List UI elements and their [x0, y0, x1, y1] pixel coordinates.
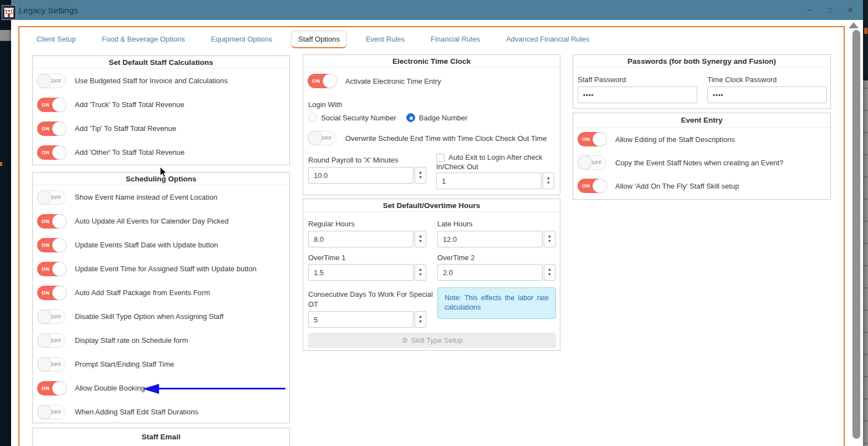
tab-financial-rules[interactable]: Financial Rules — [423, 31, 487, 48]
toggle-knob — [52, 98, 67, 112]
toggle-switch[interactable]: on — [37, 98, 66, 112]
toggle-row: on Update Event Time for Assigned Staff … — [33, 257, 289, 281]
overtime2-input[interactable] — [437, 264, 543, 281]
tab-food-beverage-options[interactable]: Food & Beverage Options — [95, 31, 192, 48]
auto-exit-checkbox[interactable] — [436, 154, 445, 162]
spin-down-icon[interactable]: ▼ — [418, 272, 422, 277]
toggle-switch[interactable]: off — [37, 357, 66, 372]
toggle-switch[interactable]: off — [37, 310, 66, 324]
auto-exit-input[interactable] — [436, 173, 542, 189]
tab-staff-options[interactable]: Staff Options — [291, 31, 347, 48]
tab-advanced-financial-rules[interactable]: Advanced Financial Rules — [499, 31, 596, 48]
toggle-switch[interactable]: off — [308, 131, 336, 145]
toggle-switch[interactable]: on — [37, 286, 66, 300]
toggle-switch[interactable]: on — [37, 381, 66, 396]
toggle-knob — [52, 262, 67, 276]
spinner-buttons[interactable]: ▲▼ — [544, 231, 555, 247]
radio-icon[interactable] — [406, 113, 415, 122]
close-button[interactable]: ✕ — [845, 6, 855, 14]
spinner-buttons[interactable]: ▲▼ — [415, 264, 426, 281]
toggle-label: Use Budgeted Staff for Invoice and Calcu… — [75, 77, 228, 85]
toggle-switch[interactable]: on — [37, 121, 66, 136]
toggle-row: on Auto Add Staff Package from Events Fo… — [33, 281, 289, 305]
radio-label: Social Security Number — [321, 114, 396, 122]
panel-set-default-overtime-hours: Set Default/Overtime Hours Regular Hours… — [303, 199, 560, 351]
toggle-switch[interactable]: on — [308, 74, 336, 88]
toggle-knob — [578, 155, 592, 170]
toggle-label: Allow Double Booking — [75, 384, 145, 392]
staff-password-label: Staff Password — [578, 75, 626, 84]
skill-type-setup-button[interactable]: ⚙ Skill Type Setup — [308, 333, 556, 348]
regular-hours-input[interactable] — [308, 231, 413, 247]
radio-badge-number[interactable]: Badge Number — [406, 113, 467, 122]
round-payroll-input[interactable] — [308, 167, 413, 184]
consecutive-days-input[interactable] — [308, 311, 413, 328]
spin-down-icon[interactable]: ▼ — [547, 181, 550, 186]
scroll-up-icon[interactable] — [849, 22, 859, 28]
toggle-knob — [308, 131, 322, 145]
spin-down-icon[interactable]: ▼ — [418, 320, 422, 325]
background-gray-block — [0, 30, 11, 41]
toggle-state-label: off — [51, 78, 62, 84]
toggle-switch[interactable]: on — [37, 214, 66, 229]
radio-icon[interactable] — [308, 113, 317, 122]
legacy-settings-dialog: Legacy Settings − □ ✕ Client Setup Food … — [11, 0, 863, 446]
toggle-label: Allow 'Add On The Fly' Staff Skill setup — [615, 182, 739, 190]
toggle-state-label: off — [51, 195, 62, 200]
toggle-switch[interactable]: on — [37, 262, 66, 276]
toggle-switch[interactable]: on — [578, 179, 606, 193]
overtime2-label: OverTime 2 — [437, 254, 474, 262]
toggle-switch[interactable]: on — [578, 132, 606, 146]
panel-title: Electronic Time Clock — [303, 55, 560, 68]
spin-down-icon[interactable]: ▼ — [548, 272, 552, 277]
toggle-row: on Add 'Other' To Staff Total Revenue — [33, 140, 289, 164]
scrollbar-thumb[interactable] — [852, 30, 860, 439]
toggle-label: Auto Add Staff Package from Events Form — [75, 288, 210, 297]
auto-exit-check-group: Auto Exit to Login After check In/Check … — [436, 153, 550, 172]
overtime2-spinner: ▲▼ — [437, 264, 555, 281]
background-dark-strip — [863, 0, 868, 80]
spin-down-icon[interactable]: ▼ — [548, 239, 552, 244]
overtime1-input[interactable] — [308, 264, 413, 281]
time-clock-password-input[interactable] — [707, 87, 827, 103]
toggle-switch[interactable]: off — [578, 155, 606, 170]
toggle-switch[interactable]: off — [37, 333, 66, 348]
toggle-switch[interactable]: off — [37, 74, 66, 88]
spinner-buttons[interactable]: ▲▼ — [415, 311, 426, 328]
spinner-buttons[interactable]: ▲▼ — [544, 264, 555, 281]
minimize-button[interactable]: − — [804, 6, 814, 14]
toggle-knob — [593, 132, 607, 146]
toggle-knob — [52, 145, 67, 160]
regular-hours-spinner: ▲▼ — [308, 231, 426, 247]
toggle-switch[interactable]: on — [37, 238, 66, 252]
spinner-buttons[interactable]: ▲▼ — [415, 231, 426, 247]
toggle-knob — [37, 357, 52, 372]
login-with-radio-group: Social Security Number Badge Number — [308, 113, 467, 122]
spinner-buttons[interactable]: ▲▼ — [543, 173, 554, 189]
spin-down-icon[interactable]: ▼ — [418, 175, 422, 180]
toggle-label: Add 'Tip' To Staff Total Revenue — [75, 124, 176, 133]
toggle-switch[interactable]: off — [37, 405, 66, 419]
staff-password-input[interactable] — [578, 87, 697, 103]
toggle-row: off Copy the Event Staff Notes when crea… — [573, 151, 830, 174]
tab-equipment-options[interactable]: Equipment Options — [203, 31, 279, 48]
tab-event-rules[interactable]: Event Rules — [359, 31, 412, 48]
toggle-state-label: off — [591, 160, 602, 165]
spinner-buttons[interactable]: ▲▼ — [415, 167, 426, 184]
toggle-state-label: on — [42, 219, 49, 224]
late-hours-input[interactable] — [437, 231, 543, 247]
toggle-label: Auto Update All Events for Calender Day … — [75, 217, 228, 225]
window-title: Legacy Settings — [19, 6, 78, 15]
toggle-row: off Use Budgeted Staff for Invoice and C… — [33, 69, 289, 93]
login-with-label: Login With — [308, 100, 342, 109]
tab-client-setup[interactable]: Client Setup — [29, 31, 83, 48]
maximize-button[interactable]: □ — [825, 6, 835, 14]
toggle-knob — [52, 214, 67, 229]
spin-down-icon[interactable]: ▼ — [418, 239, 422, 244]
overtime1-label: OverTime 1 — [308, 254, 345, 262]
toggle-switch[interactable]: on — [37, 145, 66, 160]
toggle-switch[interactable]: off — [37, 190, 66, 205]
toggle-state-label: off — [51, 362, 62, 367]
titlebar[interactable]: Legacy Settings − □ ✕ — [11, 0, 863, 20]
radio-social-security-number[interactable]: Social Security Number — [308, 113, 396, 122]
